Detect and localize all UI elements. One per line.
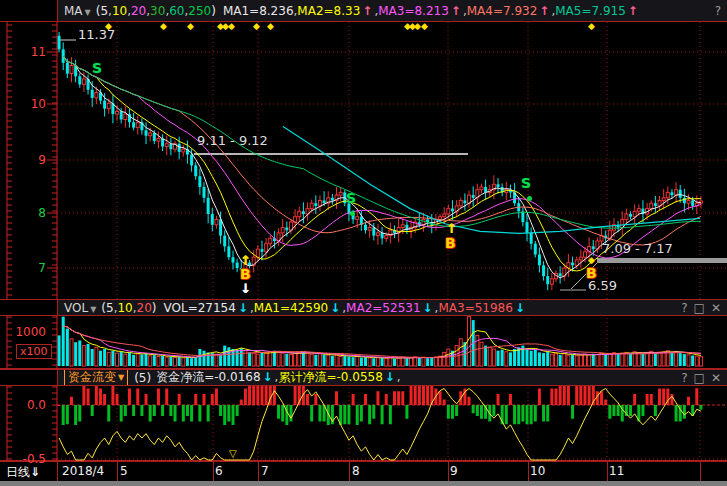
date-tick (349, 462, 350, 482)
up-arrow-icon: ↑ (362, 4, 372, 18)
date-label: 11 (609, 464, 624, 478)
dot-marker (527, 196, 532, 201)
date-label: 2018/4 (62, 464, 104, 478)
indicator-text: 10 (117, 301, 132, 315)
volume-unit-multiplier: x100 (16, 344, 52, 359)
indicator-text: 30 (150, 4, 165, 18)
down-arrow-icon: ↓ (263, 370, 273, 384)
main-indicator-bar: MA▼ (5,10,20,30,60,250) MA1=8.236,MA2=8.… (0, 0, 727, 22)
vol-periods: (5,10,20) (101, 301, 156, 315)
arrow-up-marker: ↑ (446, 222, 457, 235)
date-label: 9 (450, 464, 458, 478)
vol-left-gutter (0, 300, 58, 315)
indicator-text: , (397, 370, 401, 384)
event-diamond-icon[interactable]: ◆ (253, 21, 260, 31)
axis-label: 9 (2, 153, 50, 167)
axis-label: -0.5 (2, 452, 50, 466)
ma-indicator-dropdown[interactable]: MA▼ (64, 4, 91, 18)
flow-values: 资金净流=-0.0168↓,累计净流=-0.0558↓, (156, 369, 401, 386)
date-tick (117, 462, 118, 482)
indicator-text: 累计净流=-0.0558 (278, 370, 382, 384)
down-arrow-icon: ↓ (423, 301, 433, 315)
vol-values: VOL=27154↓,MA1=42590↓,MA2=52531↓,MA3=519… (164, 301, 527, 315)
triangle-hollow-down-marker: ▽ (229, 449, 237, 459)
indicator-text: MA2=52531 (346, 301, 420, 315)
date-tick (528, 462, 529, 482)
axis-label: 0.0 (2, 398, 50, 412)
indicator-text: MA4=7.932 (467, 4, 538, 18)
stock-chart-window: MA▼ (5,10,20,30,60,250) MA1=8.236,MA2=8.… (0, 0, 727, 486)
indicator-text: MA3=8.213 (378, 4, 449, 18)
indicator-text: 资金净流=-0.0168 (156, 370, 260, 384)
axis-label: 8 (2, 206, 50, 220)
gap-label-2: 7.09 - 7.17 (602, 241, 673, 256)
down-arrow-icon: ↓ (385, 370, 395, 384)
signal-sell-marker: S (521, 176, 531, 190)
arrow-down-icon: ⇓ (30, 465, 40, 479)
fund-flow-indicator-bar: 资金流变▼ (5) 资金净流=-0.0168↓,累计净流=-0.0558↓, ?… (0, 369, 727, 386)
arrow-down-marker: ↓ (240, 282, 251, 295)
period-selector[interactable]: 日线⇓ (6, 464, 40, 481)
date-tick (607, 462, 608, 482)
help-icon[interactable]: ? (681, 371, 687, 385)
signal-buy-marker: B (445, 236, 456, 250)
indicator-text: VOL=27154 (164, 301, 236, 315)
date-label: 6 (215, 464, 223, 478)
signal-buy-marker: B (240, 267, 251, 281)
indicator-text: MA5=7.915 (555, 4, 626, 18)
date-tick (258, 462, 259, 482)
chevron-down-icon: ▼ (85, 8, 91, 17)
indicator-text: MA2=8.33 (297, 4, 360, 18)
maximize-icon[interactable]: □ (694, 301, 705, 315)
up-arrow-icon: ↑ (451, 4, 461, 18)
date-tick (448, 462, 449, 482)
indicator-text: 5 (100, 4, 108, 18)
flow-left-gutter (0, 370, 58, 385)
close-icon[interactable]: ✕ (711, 371, 721, 385)
fund-flow-dropdown[interactable]: 资金流变▼ (64, 369, 128, 386)
indicator-text: ) (152, 301, 157, 315)
indicator-text: 60 (169, 4, 184, 18)
vol-indicator-dropdown[interactable]: VOL▼ (64, 301, 96, 315)
chevron-down-icon: ▼ (118, 373, 124, 382)
up-arrow-icon: ↑ (628, 4, 638, 18)
volume-indicator-bar: VOL▼ (5,10,20) VOL=27154↓,MA1=42590↓,MA2… (0, 299, 727, 316)
event-diamond-icon[interactable]: ◆ (414, 21, 421, 31)
help-icon[interactable]: ? (715, 4, 721, 18)
date-tick (213, 462, 214, 482)
date-label: 10 (530, 464, 545, 478)
help-icon[interactable]: ? (681, 301, 687, 315)
flow-param: (5) (134, 371, 151, 385)
indicator-text: 20 (131, 4, 146, 18)
event-diamond-icon[interactable]: ◆ (187, 21, 194, 31)
top-left-gutter (0, 0, 58, 21)
date-axis-bar: 日线⇓ 2018/4567891011 (0, 461, 727, 482)
maximize-icon[interactable]: □ (694, 371, 705, 385)
event-diamond-icon[interactable]: ◆ (160, 21, 167, 31)
fund-flow-pane[interactable] (57, 384, 727, 461)
axis-label: 10 (2, 97, 50, 111)
indicator-text: 5 (106, 301, 114, 315)
indicator-text: MA1=8.236 (223, 4, 294, 18)
dot-marker (350, 211, 355, 216)
date-tick (57, 462, 58, 482)
indicator-text: 10 (112, 4, 127, 18)
event-diamond-icon[interactable]: ◆ (588, 21, 595, 31)
volume-pane[interactable] (57, 314, 727, 368)
close-icon[interactable]: ✕ (711, 301, 721, 315)
event-diamond-icon[interactable]: ◆ (267, 21, 274, 31)
date-label: 5 (120, 464, 128, 478)
signal-sell-marker: S (92, 61, 102, 75)
up-arrow-icon: ↑ (539, 4, 549, 18)
indicator-text: 20 (137, 301, 152, 315)
down-arrow-icon: ↓ (330, 301, 340, 315)
indicator-text: ) (211, 4, 216, 18)
chevron-down-icon: ▼ (90, 305, 96, 314)
event-diamond-icon[interactable]: ◆ (421, 21, 428, 31)
signal-sell-marker: S (346, 191, 356, 205)
event-diamond-icon[interactable]: ◆ (105, 21, 112, 31)
date-label: 8 (352, 464, 360, 478)
signal-buy-marker: B (586, 266, 597, 280)
main-chart-pane[interactable] (57, 22, 727, 299)
event-diamond-icon[interactable]: ◆ (228, 21, 235, 31)
